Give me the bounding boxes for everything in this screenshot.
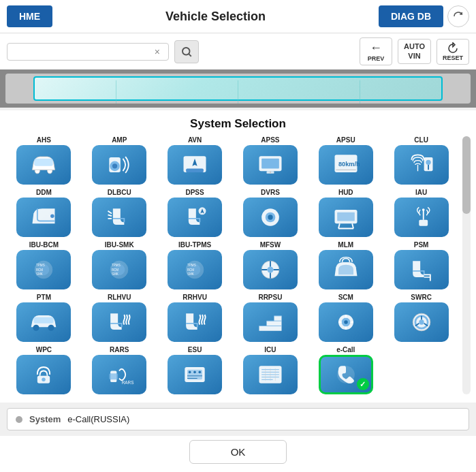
search-button[interactable] — [174, 40, 199, 63]
list-item[interactable]: APSS — [235, 136, 306, 185]
list-item[interactable]: DPSS — [159, 189, 231, 237]
rars-icon: RARS — [104, 361, 134, 388]
hud-icon — [331, 204, 361, 231]
sys-label-ecall: e-Call — [336, 346, 355, 353]
scrollbar[interactable] — [462, 136, 471, 394]
auto-vin-button[interactable]: AUTO VIN — [398, 39, 431, 63]
sys-icon-rrpsu — [243, 302, 298, 342]
search-input[interactable] — [13, 46, 152, 57]
list-item[interactable]: SWRC — [385, 294, 457, 342]
sys-label-icu: ICU — [264, 346, 276, 353]
slider-track[interactable] — [5, 74, 471, 104]
list-item[interactable]: RARS RARS — [84, 346, 155, 394]
hme-button[interactable]: HME — [7, 5, 52, 27]
speaker-icon — [104, 151, 134, 178]
svg-point-57 — [48, 325, 54, 331]
list-item[interactable]: DLBCU — [84, 189, 155, 237]
list-item[interactable]: SCM — [310, 294, 381, 342]
sys-icon-clu — [394, 145, 449, 185]
heat-lines-icon — [104, 309, 134, 336]
list-item[interactable]: AVN — [159, 136, 231, 185]
nav-icon — [180, 151, 210, 178]
list-item[interactable]: RRPSU — [235, 294, 306, 342]
sys-label-dvrs: DVRS — [261, 189, 280, 196]
sys-icon-wpc — [16, 355, 71, 394]
tpms-bcm-icon: TPMS BCM SMK — [29, 256, 59, 283]
svg-line-21 — [108, 215, 112, 216]
speed-icon: 80km/h — [331, 151, 361, 178]
svg-rect-55 — [34, 317, 54, 324]
list-item[interactable]: IBU-SMK TPMS BCM SMK — [84, 241, 155, 289]
refresh-button[interactable] — [447, 5, 469, 27]
sys-icon-scm — [319, 302, 373, 342]
prev-button[interactable]: ← PREV — [360, 37, 392, 65]
main-content: System Selection AHS AMP — [0, 110, 476, 403]
svg-point-32 — [422, 208, 424, 211]
list-item[interactable]: MFSW — [235, 241, 306, 289]
list-item[interactable]: WPC — [8, 346, 80, 394]
status-value: e-Call(RUSSIA) — [67, 414, 129, 424]
search-icon — [180, 46, 193, 58]
list-item[interactable]: ESU — [159, 346, 231, 394]
sys-icon-esu — [168, 355, 222, 394]
sys-icon-apsu: 80km/h — [319, 145, 373, 185]
list-item[interactable]: PTM — [8, 294, 80, 342]
prev-label: PREV — [368, 55, 385, 62]
svg-point-75 — [42, 378, 46, 382]
sys-label-dlbcu: DLBCU — [108, 189, 131, 196]
list-item[interactable]: DDM — [8, 189, 80, 237]
svg-rect-2 — [35, 159, 54, 166]
camera-icon — [255, 204, 285, 231]
sys-label-ibu-smk: IBU-SMK — [105, 241, 134, 249]
esu-icon — [180, 361, 210, 388]
sys-label-scm: SCM — [338, 294, 353, 301]
svg-rect-10 — [261, 159, 279, 169]
car-icon — [29, 151, 59, 178]
header: HME Vehicle Selection DIAG DB — [0, 0, 476, 33]
svg-point-83 — [199, 371, 202, 374]
seat-icon — [407, 256, 437, 283]
list-item[interactable]: MLM — [310, 241, 381, 289]
list-item[interactable]: RRHVU — [159, 294, 231, 342]
list-item[interactable]: PSM — [385, 241, 457, 289]
sys-label-rrpsu: RRPSU — [258, 294, 282, 301]
list-item[interactable]: AMP — [84, 136, 155, 185]
sys-icon-avn — [168, 145, 222, 185]
steering-wheel-icon — [407, 309, 437, 336]
svg-text:TPMS: TPMS — [187, 264, 196, 267]
sys-label-apsu: APSU — [336, 136, 355, 144]
list-item[interactable]: HUD — [310, 189, 381, 237]
sys-label-clu: CLU — [414, 136, 428, 144]
svg-text:BCM: BCM — [112, 268, 118, 272]
list-item[interactable]: IAU — [385, 189, 457, 237]
sys-icon-rrhvu — [168, 302, 222, 342]
svg-text:80km/h: 80km/h — [338, 161, 360, 168]
svg-text:TPMS: TPMS — [112, 264, 121, 267]
list-item[interactable]: APSU 80km/h — [310, 136, 381, 185]
list-item[interactable]: IBU-BCM TPMS BCM SMK — [8, 241, 80, 289]
list-item[interactable]: IBU-TPMS TPMS BCM SMK — [159, 241, 231, 289]
sys-icon-swrc — [394, 302, 449, 342]
list-item[interactable]: DVRS — [235, 189, 306, 237]
reset-button[interactable]: RESET — [437, 39, 469, 65]
diag-db-button[interactable]: DIAG DB — [379, 5, 443, 27]
ok-button[interactable]: OK — [189, 440, 287, 464]
list-item[interactable]: AHS — [8, 136, 80, 185]
prev-icon: ← — [370, 41, 382, 55]
list-item[interactable]: ICU — [235, 346, 306, 394]
sys-label-mfsw: MFSW — [260, 241, 281, 249]
list-item[interactable]: CLU — [385, 136, 457, 185]
step-icon — [255, 309, 285, 336]
systems-grid: AHS AMP — [5, 136, 460, 394]
svg-point-27 — [268, 215, 272, 219]
svg-text:SMK: SMK — [187, 272, 194, 276]
sys-label-mlm: MLM — [338, 241, 353, 249]
list-item[interactable]: e-Call ✓ — [310, 346, 381, 394]
sys-label-rlhvu: RLHVU — [108, 294, 131, 301]
sys-label-wpc: WPC — [36, 346, 52, 353]
clear-button[interactable]: × — [152, 46, 163, 57]
list-item[interactable]: RLHVU — [84, 294, 155, 342]
slider-div-3 — [360, 80, 360, 104]
tpms-icon: TPMS BCM SMK — [180, 256, 210, 283]
scm-icon — [331, 309, 361, 336]
